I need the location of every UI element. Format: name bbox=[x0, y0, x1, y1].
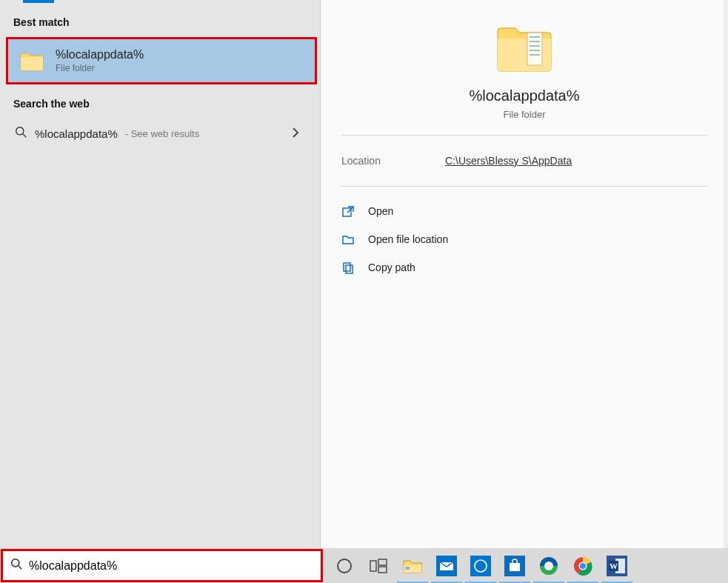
preview-panel: %localappdata% File folder Location C:\U… bbox=[320, 0, 728, 548]
word-app-icon[interactable]: W bbox=[600, 548, 634, 583]
svg-text:W: W bbox=[610, 562, 618, 570]
svg-rect-15 bbox=[378, 559, 387, 565]
open-icon bbox=[341, 204, 355, 218]
svg-rect-20 bbox=[470, 556, 491, 576]
edge-browser-icon[interactable] bbox=[532, 548, 566, 583]
open-label: Open bbox=[368, 205, 393, 217]
open-file-location-label: Open file location bbox=[368, 233, 448, 245]
mail-app-icon[interactable] bbox=[430, 548, 464, 583]
best-match-result[interactable]: %localappdata% File folder bbox=[6, 37, 317, 84]
taskbar: W bbox=[0, 548, 728, 583]
preview-title: %localappdata% bbox=[470, 87, 580, 104]
best-match-subtitle: File folder bbox=[56, 63, 144, 73]
copy-icon bbox=[341, 261, 355, 274]
dell-app-icon[interactable] bbox=[464, 548, 498, 583]
svg-rect-14 bbox=[370, 561, 376, 571]
copy-path-label: Copy path bbox=[368, 261, 415, 273]
svg-point-11 bbox=[12, 559, 19, 567]
svg-point-24 bbox=[544, 562, 553, 570]
folder-open-icon bbox=[341, 233, 355, 246]
chrome-browser-icon[interactable] bbox=[566, 548, 600, 583]
svg-point-0 bbox=[16, 127, 24, 135]
file-explorer-icon[interactable] bbox=[395, 548, 430, 583]
best-match-title: %localappdata% bbox=[56, 48, 144, 61]
location-path-link[interactable]: C:\Users\Blessy S\AppData bbox=[445, 155, 572, 167]
open-action[interactable]: Open bbox=[341, 197, 707, 225]
folder-icon bbox=[495, 21, 554, 74]
svg-line-12 bbox=[19, 566, 21, 569]
web-result-row[interactable]: %localappdata% - See web results bbox=[0, 119, 320, 149]
preview-subtitle: File folder bbox=[503, 109, 545, 120]
web-result-label: %localappdata% bbox=[35, 127, 118, 140]
search-icon bbox=[10, 558, 23, 573]
open-file-location-action[interactable]: Open file location bbox=[341, 225, 707, 253]
best-match-header: Best match bbox=[0, 3, 320, 37]
web-result-hint: - See web results bbox=[125, 128, 199, 139]
location-label: Location bbox=[341, 155, 445, 167]
svg-point-27 bbox=[580, 563, 586, 569]
chevron-right-icon bbox=[292, 127, 307, 141]
search-results-panel: Best match %localappdata% File folder Se… bbox=[0, 0, 320, 548]
copy-path-action[interactable]: Copy path bbox=[341, 253, 707, 281]
svg-line-1 bbox=[23, 134, 26, 137]
folder-icon bbox=[20, 50, 44, 71]
cortana-icon[interactable] bbox=[327, 548, 361, 583]
taskbar-search-box[interactable] bbox=[1, 549, 323, 582]
task-view-icon[interactable] bbox=[361, 548, 395, 583]
svg-rect-9 bbox=[344, 263, 350, 271]
svg-point-13 bbox=[338, 559, 351, 573]
search-input[interactable] bbox=[29, 559, 313, 573]
svg-rect-8 bbox=[343, 208, 351, 216]
store-app-icon[interactable] bbox=[498, 548, 532, 583]
svg-rect-16 bbox=[378, 567, 387, 573]
svg-rect-10 bbox=[346, 265, 353, 273]
search-icon bbox=[15, 126, 27, 141]
scrollbar[interactable] bbox=[724, 0, 728, 548]
svg-rect-18 bbox=[405, 567, 410, 570]
search-web-header: Search the web bbox=[0, 84, 320, 119]
